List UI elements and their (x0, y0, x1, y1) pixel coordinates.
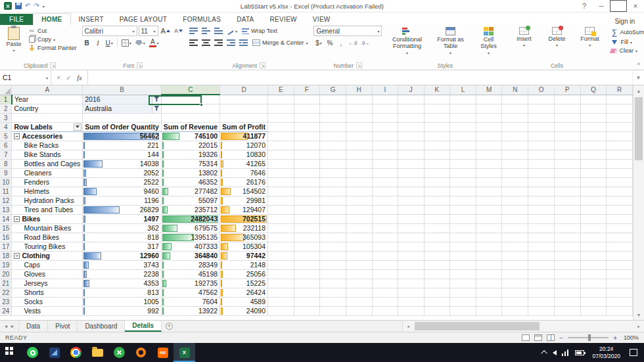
cell-A22[interactable]: Shorts (12, 288, 83, 297)
empty-cell[interactable] (580, 187, 607, 196)
format-as-table-button[interactable]: Format as Table▾ (429, 26, 471, 61)
empty-cell[interactable] (424, 104, 450, 113)
empty-cell[interactable] (268, 141, 294, 150)
empty-cell[interactable] (528, 150, 555, 159)
empty-cell[interactable] (372, 306, 398, 315)
cell-A19[interactable]: Caps (12, 260, 83, 269)
empty-cell[interactable] (476, 122, 502, 131)
empty-cell[interactable] (580, 168, 607, 177)
empty-cell[interactable] (294, 260, 320, 269)
row-header-13[interactable]: 13 (0, 205, 12, 214)
row-header-21[interactable]: 21 (0, 279, 12, 288)
minimize-button[interactable]: ─ (593, 0, 610, 12)
empty-cell[interactable] (502, 279, 528, 288)
empty-cell[interactable] (450, 196, 476, 205)
empty-cell[interactable] (294, 159, 320, 168)
empty-cell[interactable] (424, 260, 450, 269)
empty-cell[interactable] (528, 168, 555, 177)
empty-cell[interactable] (580, 113, 607, 122)
empty-cell[interactable] (476, 223, 502, 233)
empty-cell[interactable] (607, 104, 633, 113)
empty-cell[interactable] (372, 297, 398, 306)
cell-D7[interactable]: 10830 (220, 150, 268, 159)
empty-cell[interactable] (372, 113, 398, 122)
cell-D12[interactable]: 29981 (220, 196, 268, 205)
cell-C2[interactable] (161, 104, 219, 113)
fill-color-button[interactable]: ▾ (134, 37, 147, 48)
empty-cell[interactable] (320, 104, 346, 113)
empty-cell[interactable] (424, 288, 450, 297)
empty-cell[interactable] (528, 279, 555, 288)
empty-cell[interactable] (502, 131, 528, 141)
tab-data[interactable]: DATA (229, 14, 262, 25)
empty-cell[interactable] (424, 251, 450, 260)
empty-cell[interactable] (450, 251, 476, 260)
row-header-4[interactable]: 4 (0, 122, 12, 131)
empty-cell[interactable] (502, 177, 528, 187)
empty-cell[interactable] (502, 95, 528, 104)
empty-cell[interactable] (502, 233, 528, 242)
help-button[interactable]: ? (576, 0, 593, 12)
empty-cell[interactable] (502, 104, 528, 113)
decrease-decimal-button[interactable]: .0→ (359, 37, 371, 48)
column-header-R[interactable]: R (607, 85, 633, 95)
column-header-H[interactable]: H (346, 85, 372, 95)
empty-cell[interactable] (528, 196, 555, 205)
empty-cell[interactable] (372, 159, 398, 168)
cell-A12[interactable]: Hydration Packs (12, 196, 83, 205)
empty-cell[interactable] (268, 279, 294, 288)
filter-icon[interactable] (152, 104, 161, 113)
column-header-M[interactable]: M (476, 85, 502, 95)
empty-cell[interactable] (398, 205, 425, 214)
empty-cell[interactable] (554, 95, 580, 104)
cell-C12[interactable]: 55097 (161, 196, 219, 205)
empty-cell[interactable] (268, 187, 294, 196)
cell-C24[interactable]: 13922 (161, 306, 219, 315)
empty-cell[interactable] (528, 269, 555, 279)
empty-cell[interactable] (320, 306, 346, 315)
empty-cell[interactable] (450, 205, 476, 214)
empty-cell[interactable] (502, 122, 528, 131)
collapse-button[interactable]: − (14, 133, 20, 139)
empty-cell[interactable] (294, 141, 320, 150)
column-header-N[interactable]: N (502, 85, 528, 95)
empty-cell[interactable] (320, 150, 346, 159)
empty-cell[interactable] (607, 196, 633, 205)
row-header-18[interactable]: 18 (0, 251, 12, 260)
scroll-up-icon[interactable]: ▲ (633, 85, 644, 96)
accounting-format-button[interactable]: $▾ (313, 37, 323, 48)
empty-cell[interactable] (580, 205, 607, 214)
cell-A15[interactable]: Mountain Bikes (12, 223, 83, 233)
empty-cell[interactable] (424, 279, 450, 288)
cell-C23[interactable]: 7604 (161, 297, 219, 306)
empty-cell[interactable] (398, 168, 425, 177)
empty-cell[interactable] (528, 233, 555, 242)
empty-cell[interactable] (607, 297, 633, 306)
empty-cell[interactable] (294, 122, 320, 131)
empty-cell[interactable] (320, 141, 346, 150)
cell-B1[interactable]: 2016 (83, 95, 162, 104)
empty-cell[interactable] (450, 141, 476, 150)
empty-cell[interactable] (372, 168, 398, 177)
empty-cell[interactable] (450, 288, 476, 297)
empty-cell[interactable] (398, 260, 425, 269)
empty-cell[interactable] (398, 104, 425, 113)
empty-cell[interactable] (372, 242, 398, 251)
copy-button[interactable]: Copy▾ (27, 35, 78, 43)
green-app-icon[interactable] (108, 343, 130, 362)
sheet-tab-pivot[interactable]: Pivot (48, 321, 78, 332)
empty-cell[interactable] (580, 233, 607, 242)
empty-cell[interactable] (294, 150, 320, 159)
empty-cell[interactable] (294, 113, 320, 122)
empty-cell[interactable] (580, 223, 607, 233)
empty-cell[interactable] (476, 288, 502, 297)
cell-C1[interactable] (161, 95, 219, 104)
empty-cell[interactable] (268, 95, 294, 104)
grow-font-button[interactable]: A (160, 26, 172, 36)
empty-cell[interactable] (580, 306, 607, 315)
settings-icon[interactable] (130, 343, 152, 362)
empty-cell[interactable] (320, 251, 346, 260)
empty-cell[interactable] (346, 168, 372, 177)
tab-insert[interactable]: INSERT (71, 14, 112, 25)
empty-cell[interactable] (502, 223, 528, 233)
